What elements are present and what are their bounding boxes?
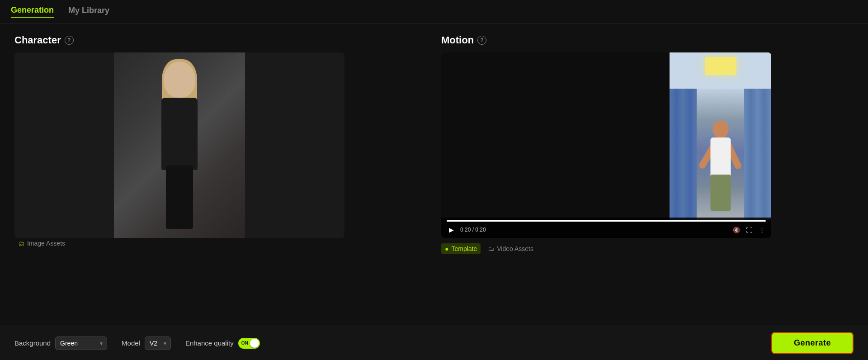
image-assets-tab[interactable]: 🗂 Image Assets [14,238,427,249]
character-help-icon[interactable]: ? [65,36,74,45]
fullscreen-button[interactable]: ⛶ [745,226,753,234]
controls-left: ▶ 0:20 / 0:20 [447,225,486,234]
video-controls: ▶ 0:20 / 0:20 🔇 ⛶ ⋮ [441,218,771,238]
bottom-bar: Background Green White Transparent Custo… [0,325,868,360]
hallway-background [670,52,771,220]
motion-video-area[interactable]: ▶ 0:20 / 0:20 🔇 ⛶ ⋮ [441,52,771,238]
enhance-toggle[interactable]: ON [238,338,260,349]
woman-figure [130,57,229,233]
dancer-head [712,120,728,138]
header: Generation My Library [0,0,868,24]
generate-button[interactable]: Generate [771,332,854,354]
time-display: 0:20 / 0:20 [460,227,486,233]
character-panel: Character ? 🗂 Im [14,34,427,314]
video-folder-icon: 🗂 [488,245,494,252]
motion-help-icon[interactable]: ? [477,36,486,45]
template-tab[interactable]: ● Template [441,243,481,254]
character-image-area[interactable] [14,52,344,238]
woman-body [161,98,198,170]
background-select[interactable]: Green White Transparent Custom [55,336,107,350]
image-assets-label: Image Assets [27,240,65,247]
woman-head [164,62,195,98]
toggle-thumb [250,339,259,348]
dancer-figure [703,120,739,211]
controls-row: ▶ 0:20 / 0:20 🔇 ⛶ ⋮ [447,225,766,234]
motion-title-text: Motion [441,34,474,46]
motion-panel: Motion ? [441,34,854,314]
video-assets-tab-label: Video Assets [497,245,533,252]
more-icon: ⋮ [759,227,765,233]
character-image-inner [114,52,245,238]
nav-tab-my-library[interactable]: My Library [68,6,109,17]
model-control: Model V2 V1 [122,336,171,350]
template-tab-label: Template [451,245,477,252]
play-button[interactable]: ▶ [447,225,456,234]
motion-source-tabs: ● Template 🗂 Video Assets [441,243,854,254]
character-panel-title: Character ? [14,34,427,46]
enhance-label: Enhance quality [185,339,234,347]
enhance-control: Enhance quality ON [185,338,260,349]
main-content: Character ? 🗂 Im [0,24,868,325]
mute-icon: 🔇 [733,227,740,233]
video-frame [670,52,771,220]
more-options-button[interactable]: ⋮ [758,226,766,234]
image-folder-icon: 🗂 [18,240,24,247]
dancer-pants [710,175,731,211]
progress-bar[interactable] [447,220,766,222]
model-label: Model [122,339,140,347]
progress-bar-fill [447,220,766,222]
motion-panel-title: Motion ? [441,34,854,46]
character-title-text: Character [14,34,61,46]
video-preview: ▶ 0:20 / 0:20 🔇 ⛶ ⋮ [441,52,771,238]
nav-tab-generation[interactable]: Generation [11,5,54,18]
video-assets-tab[interactable]: 🗂 Video Assets [484,243,537,254]
enhance-toggle-container: ON [238,338,260,349]
background-control: Background Green White Transparent Custo… [14,336,107,350]
toggle-on-label: ON [241,341,248,346]
play-icon: ▶ [449,226,454,233]
background-select-wrapper: Green White Transparent Custom [55,336,107,350]
dancer-body [710,137,731,178]
model-select-wrapper: V2 V1 [145,336,171,350]
controls-right: 🔇 ⛶ ⋮ [732,226,766,234]
locker-left [670,89,697,220]
mute-button[interactable]: 🔇 [732,226,741,234]
background-label: Background [14,339,51,347]
template-icon: ● [445,245,448,252]
woman-legs [166,166,193,229]
fullscreen-icon: ⛶ [746,226,753,234]
model-select[interactable]: V2 V1 [145,336,171,350]
hallway-light [705,57,736,75]
locker-right [744,89,771,220]
